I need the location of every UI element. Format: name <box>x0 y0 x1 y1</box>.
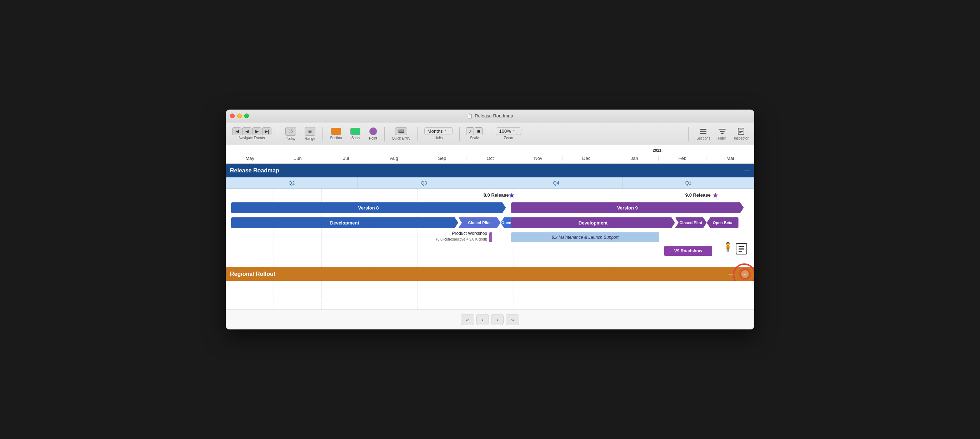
rollout-minimize[interactable]: — <box>729 271 734 277</box>
milestone-8-star: ★ <box>509 191 515 200</box>
version-9-bar[interactable]: Version 9 <box>511 202 744 213</box>
milestone-row: 8.0 Release ★ 9.0 Release ★ <box>226 190 754 201</box>
rollout-add-button[interactable]: + <box>740 269 750 279</box>
window-title-area: 📋 Release Roadmap <box>467 113 513 119</box>
release-roadmap-section-header: Release Roadmap — <box>226 164 754 178</box>
version-8-bar[interactable]: Version 8 <box>231 202 506 213</box>
quarter-q3: Q3 <box>358 178 490 189</box>
range-button[interactable]: ⊞ Range <box>301 126 319 142</box>
dev-1-bar[interactable]: Development <box>231 217 458 228</box>
nav-next-button[interactable]: › <box>491 314 504 325</box>
rollout-grid-11 <box>706 281 754 309</box>
section-swatch <box>331 128 341 135</box>
svg-rect-8 <box>738 248 744 249</box>
timeline-header: 2021 May Jun Jul Aug Sep Oct Nov Dec Jan… <box>226 145 754 164</box>
scale-grid-icon[interactable]: ⊞ <box>475 127 482 135</box>
today-icon: 15 <box>285 127 296 136</box>
nav-last-icon[interactable]: ▶| <box>262 127 271 135</box>
v9-roadshow-bar[interactable]: V9 Roadshow <box>664 246 712 256</box>
zoom-value: 100% <box>499 128 511 134</box>
nav-first-button[interactable]: « <box>461 314 474 325</box>
checklist-icon <box>738 245 745 252</box>
month-sep: Sep <box>418 155 466 161</box>
months-value: Months <box>428 128 443 134</box>
rollout-grid-6 <box>466 281 514 309</box>
toolbar-divider-7 <box>688 127 689 141</box>
zoom-chevron: ⌃⌄ <box>512 130 518 133</box>
point-swatch <box>369 127 377 135</box>
units-dropdown[interactable]: Months ⌃⌄ Units <box>422 126 456 141</box>
section-button[interactable]: Section <box>326 126 345 141</box>
scale-fit-icon[interactable]: ⤢ <box>466 127 474 135</box>
quarter-q2: Q2 <box>226 178 358 189</box>
quarter-q1: Q1 <box>622 178 754 189</box>
rollout-grid-10 <box>658 281 706 309</box>
filter-button[interactable]: Filter <box>716 126 728 142</box>
rollout-grid-1 <box>226 281 274 309</box>
gantt-area: 8.0 Release ★ 9.0 Release ★ Version 8 Ve… <box>226 189 754 267</box>
quick-entry-icon: ⌨ <box>395 127 407 135</box>
dev-2-bar[interactable]: Development <box>511 217 675 228</box>
release-roadmap-minimize[interactable]: — <box>744 167 750 174</box>
nav-prev-button[interactable]: ‹ <box>476 314 489 325</box>
rollout-grid-4 <box>370 281 418 309</box>
nav-first-icon[interactable]: |◀ <box>232 127 242 135</box>
quick-entry-button[interactable]: ⌨ Quick Entry <box>388 126 414 142</box>
application-window: 📋 Release Roadmap |◀ ◀ ▶ ▶| Navigate Eve… <box>226 109 754 330</box>
sections-icon <box>699 127 707 135</box>
svg-rect-2 <box>700 133 706 134</box>
year-label: 2021 <box>653 148 662 152</box>
month-nov: Nov <box>514 155 562 161</box>
inspector-button[interactable]: Inspector <box>732 126 751 142</box>
regional-rollout-section-header: Regional Rollout — + <box>226 267 754 281</box>
month-mar: Mar <box>706 155 754 161</box>
workshop-bar[interactable] <box>489 232 492 242</box>
months-chevron: ⌃⌄ <box>444 130 450 133</box>
rollout-grid <box>226 281 754 309</box>
main-content: 2021 May Jun Jul Aug Sep Oct Nov Dec Jan… <box>226 145 754 330</box>
maximize-button[interactable] <box>244 114 249 118</box>
span-button[interactable]: Span <box>347 126 364 141</box>
point-button[interactable]: Point <box>365 126 381 142</box>
nav-next-icon[interactable]: ▶ <box>252 127 261 135</box>
nav-buttons: « ‹ › » <box>226 309 754 330</box>
toolbar-divider-4 <box>417 127 418 141</box>
titlebar: 📋 Release Roadmap <box>226 109 754 122</box>
toolbar-divider-3 <box>384 127 385 141</box>
span-swatch <box>350 128 360 135</box>
month-may: May <box>226 155 274 161</box>
svg-rect-5 <box>739 131 743 132</box>
release-roadmap-title: Release Roadmap <box>230 167 279 174</box>
zoom-dropdown[interactable]: 100% ⌃⌄ Zoom <box>493 126 524 141</box>
month-jan: Jan <box>610 155 658 161</box>
regional-rollout-title: Regional Rollout <box>230 271 275 277</box>
rollout-grid-3 <box>322 281 370 309</box>
workshop-label: Product Workshop (8.0 Retrospective + 9.… <box>436 231 487 242</box>
maintenance-bar[interactable]: 8.x Maintenance & Launch Support <box>511 232 659 242</box>
close-button[interactable] <box>230 114 235 118</box>
toolbar-divider-5 <box>459 127 460 141</box>
navigate-events-group[interactable]: |◀ ◀ ▶ ▶| Navigate Events <box>229 126 274 141</box>
list-icon[interactable] <box>736 243 747 255</box>
nav-prev-icon[interactable]: ◀ <box>242 127 251 135</box>
svg-rect-6 <box>739 132 741 133</box>
range-icon: ⊞ <box>305 127 315 136</box>
toolbar-divider-1 <box>278 127 278 141</box>
minimize-button[interactable] <box>237 114 242 118</box>
quarters-row: Q2 Q3 Q4 Q1 <box>226 178 754 189</box>
open-beta-2-bar[interactable]: Open Beta <box>707 217 738 228</box>
sections-button[interactable]: Sections <box>694 126 712 142</box>
month-aug: Aug <box>370 155 418 161</box>
closed-pilot-2-bar[interactable]: Closed Pilot <box>675 217 707 228</box>
toolbar-divider-6 <box>489 127 489 141</box>
scale-group: ⤢ ⊞ Scale <box>463 126 485 141</box>
rollout-grid-2 <box>274 281 322 309</box>
closed-pilot-1-bar[interactable]: Closed Pilot <box>458 217 500 228</box>
nav-last-button[interactable]: » <box>506 314 519 325</box>
rollout-grid-9 <box>610 281 658 309</box>
today-button[interactable]: 15 Today <box>282 126 300 142</box>
months-row: 2021 May Jun Jul Aug Sep Oct Nov Dec Jan… <box>226 145 754 163</box>
month-oct: Oct <box>466 155 514 161</box>
rollout-body <box>226 281 754 309</box>
rollout-grid-7 <box>514 281 562 309</box>
